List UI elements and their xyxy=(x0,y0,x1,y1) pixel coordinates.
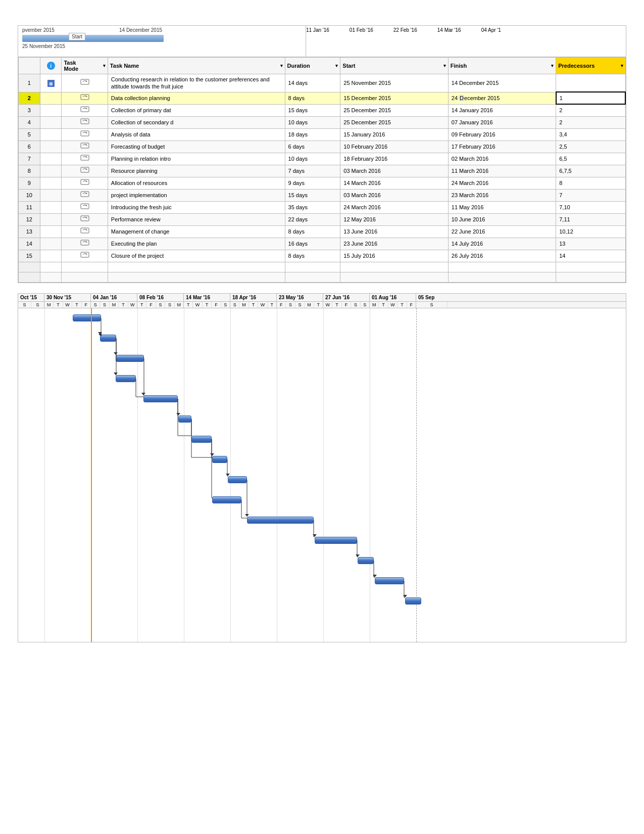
row-taskname-12: Performance review xyxy=(108,213,285,225)
row-num-5: 5 xyxy=(19,128,40,141)
auto-schedule-icon-6 xyxy=(80,143,89,150)
svg-marker-36 xyxy=(226,474,230,476)
row-duration-5: 18 days xyxy=(285,128,340,141)
auto-schedule-icon-13 xyxy=(80,227,89,235)
vgrid-5 xyxy=(230,308,231,642)
gantt-bar-3 xyxy=(116,355,144,362)
col-finish-arrow: ▾ xyxy=(551,63,554,68)
gantt-day-s12: S xyxy=(361,302,369,308)
gantt-chart-body xyxy=(18,308,626,642)
row-duration-3: 15 days xyxy=(285,104,340,116)
col-header-predecessors[interactable]: Predecessors ▾ xyxy=(556,58,625,74)
row-taskname-6: Forecasting of budget xyxy=(108,141,285,153)
row-finish-6: 17 February 2016 xyxy=(448,141,556,153)
gantt-day-f2: F xyxy=(146,302,156,308)
gantt-day-m2: M xyxy=(110,302,119,308)
row-start-6: 10 February 2016 xyxy=(340,141,448,153)
row-num-11: 11 xyxy=(19,201,40,213)
row-info-9 xyxy=(40,177,62,189)
row-info-7 xyxy=(40,153,62,165)
auto-schedule-icon-1 xyxy=(80,79,89,86)
row-taskname-9: Allocation of resources xyxy=(108,177,285,189)
row-duration-12: 22 days xyxy=(285,213,340,225)
row-taskname-3: Collection of primary dat xyxy=(108,104,285,116)
gantt-month-jan16: 04 Jan '16 xyxy=(91,294,137,301)
row-num-15: 15 xyxy=(19,250,40,262)
row-pred-2[interactable]: 1 xyxy=(556,92,625,104)
gantt-day-f6: F xyxy=(407,302,416,308)
gantt-day-s1: S xyxy=(18,302,31,308)
gantt-bar-12 xyxy=(315,537,357,544)
col-header-duration[interactable]: Duration ▾ xyxy=(285,58,340,74)
gantt-bar-1 xyxy=(73,314,101,321)
svg-rect-12 xyxy=(81,155,89,160)
gantt-month-apr16: 18 Apr '16 xyxy=(230,294,277,301)
timeline-date-start: pvember 2015 xyxy=(22,27,55,33)
row-duration-7: 10 days xyxy=(285,153,340,165)
svg-rect-26 xyxy=(81,240,89,245)
col-header-start[interactable]: Start ▾ xyxy=(340,58,448,74)
col-start-arrow: ▾ xyxy=(443,63,446,68)
row-start-9: 14 March 2016 xyxy=(340,177,448,189)
row-pred-10: 7 xyxy=(556,189,625,201)
svg-marker-35 xyxy=(210,453,214,456)
row-pred-9: 8 xyxy=(556,177,625,189)
gantt-day-w4: W xyxy=(258,302,267,308)
row-num-13: 13 xyxy=(19,225,40,238)
marker-feb22: 22 Feb '16 xyxy=(393,27,417,33)
row-pred-4: 2 xyxy=(556,116,625,128)
gantt-day-s7: S xyxy=(221,302,230,308)
row-duration-4: 10 days xyxy=(285,116,340,128)
row-taskmode-12 xyxy=(62,213,108,225)
vgrid-8 xyxy=(370,308,370,642)
gantt-bar-7 xyxy=(191,436,212,443)
row-info-15 xyxy=(40,250,62,262)
row-duration-6: 6 days xyxy=(285,141,340,153)
table-row: 8 Resource planning 7 days 03 March 2016… xyxy=(19,165,626,177)
row-taskname-2: Data collection planning xyxy=(108,92,285,104)
row-num-14: 14 xyxy=(19,238,40,250)
col-header-finish[interactable]: Finish ▾ xyxy=(448,58,556,74)
table-row: 12 Performance review 22 days 12 May 201… xyxy=(19,213,626,225)
task-table: i TaskMode ▾ Task Name ▾ xyxy=(18,57,626,283)
gantt-day-s10: S xyxy=(295,302,305,308)
gantt-day-w3: W xyxy=(193,302,202,308)
row-start-3: 25 December 2015 xyxy=(340,104,448,116)
row-num-6: 6 xyxy=(19,141,40,153)
gantt-day-m1: M xyxy=(44,302,54,308)
auto-schedule-icon-4 xyxy=(80,118,89,125)
gantt-day-t1: T xyxy=(54,302,63,308)
gantt-bar-14 xyxy=(375,577,404,584)
marker-apr04: 04 Apr '1 xyxy=(481,27,501,33)
row-num-8: 8 xyxy=(19,165,40,177)
svg-marker-33 xyxy=(141,393,145,395)
col-header-taskmode[interactable]: TaskMode ▾ xyxy=(62,58,108,74)
auto-schedule-icon-11 xyxy=(80,203,89,210)
col-header-taskname[interactable]: Task Name ▾ xyxy=(108,58,285,74)
row-taskname-13: Management of change xyxy=(108,225,285,238)
row-taskname-11: Introducing the fresh juic xyxy=(108,201,285,213)
svg-rect-28 xyxy=(81,252,89,257)
svg-rect-20 xyxy=(81,204,89,209)
gantt-day-w6: W xyxy=(388,302,398,308)
row-pred-1 xyxy=(556,74,625,92)
row-pred-15: 14 xyxy=(556,250,625,262)
row-num-7: 7 xyxy=(19,153,40,165)
row-duration-14: 16 days xyxy=(285,238,340,250)
auto-schedule-icon-8 xyxy=(80,167,89,174)
gantt-month-jun16: 27 Jun '16 xyxy=(323,294,370,301)
gantt-month-mar16: 14 Mar '16 xyxy=(184,294,230,301)
row-start-13: 13 June 2016 xyxy=(340,225,448,238)
svg-marker-34 xyxy=(176,413,180,415)
gantt-bar-2 xyxy=(100,335,116,342)
row-finish-5: 09 February 2016 xyxy=(448,128,556,141)
gantt-day-m5: M xyxy=(305,302,314,308)
row-finish-4: 07 January 2016 xyxy=(448,116,556,128)
gantt-month-aug16: 01 Aug '16 xyxy=(370,294,416,301)
col-header-rownum xyxy=(19,58,40,74)
auto-schedule-icon-3 xyxy=(80,106,89,113)
gantt-bar-4 xyxy=(116,375,136,382)
table-row: 4 Collection of secondary d 10 days 25 D… xyxy=(19,116,626,128)
gantt-day-w2: W xyxy=(128,302,137,308)
gantt-days-row: S S M T W T F S S M T W T F xyxy=(18,302,626,308)
